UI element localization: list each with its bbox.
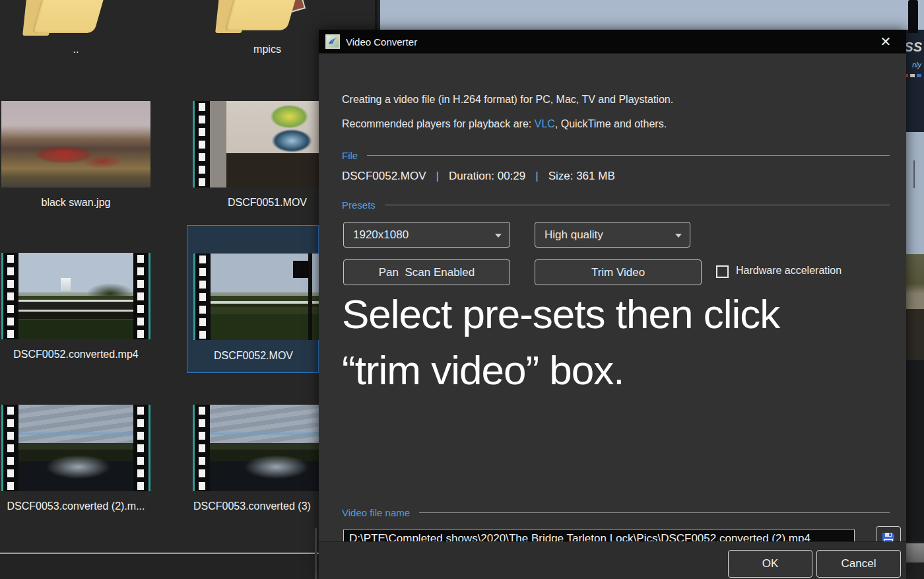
filmstrip-icon bbox=[193, 101, 210, 187]
ok-button[interactable]: OK bbox=[728, 550, 812, 578]
intro-line-2-prefix: Recommended players for playback are: bbox=[342, 118, 535, 129]
close-icon[interactable]: ✕ bbox=[877, 34, 894, 50]
hardware-acceleration-label: Hardware acceleration bbox=[736, 265, 842, 277]
filmstrip-icon bbox=[1, 405, 18, 491]
photo-sign-text: SS bbox=[904, 40, 922, 55]
file-label: black swan.jpg bbox=[0, 197, 152, 209]
presets-section-header: Presets bbox=[342, 199, 890, 211]
screen: .. mpics black swan.jpg DSCF0051.MOV bbox=[0, 0, 924, 579]
photo-signpost bbox=[908, 0, 918, 33]
filmstrip-icon bbox=[133, 405, 150, 491]
video-thumbnail bbox=[193, 254, 319, 340]
quality-dropdown[interactable]: High quality bbox=[535, 222, 690, 248]
intro-line-2: Recommended players for playback are: VL… bbox=[342, 118, 667, 130]
photo-pylon bbox=[913, 160, 915, 188]
trim-video-button[interactable]: Trim Video bbox=[535, 259, 702, 285]
intro-line-2-suffix: , QuickTime and others. bbox=[555, 118, 667, 129]
folder-icon bbox=[218, 0, 304, 34]
video-thumbnail bbox=[1, 405, 150, 491]
file-name: DSCF0052.MOV bbox=[342, 170, 426, 182]
resolution-dropdown[interactable]: 1920x1080 bbox=[343, 222, 510, 248]
annotation-line-1: Select pre-sets then click bbox=[342, 286, 779, 342]
hardware-acceleration-checkbox[interactable] bbox=[716, 265, 729, 278]
filmstrip-icon bbox=[133, 253, 150, 339]
chevron-down-icon bbox=[675, 234, 682, 238]
folder-label: .. bbox=[0, 44, 152, 55]
resolution-value: 1920x1080 bbox=[353, 228, 409, 242]
filmstrip-icon bbox=[193, 254, 211, 340]
photo-sign-text: nly bbox=[912, 61, 921, 69]
file-section-label: File bbox=[342, 150, 358, 161]
app-icon bbox=[325, 34, 340, 49]
dialog-titlebar[interactable]: Video Converter ✕ bbox=[319, 30, 906, 53]
cancel-button[interactable]: Cancel bbox=[816, 550, 901, 578]
file-item-dscf0052-selected[interactable]: DSCF0052.MOV bbox=[187, 225, 319, 373]
folder-icon bbox=[25, 0, 111, 37]
file-label: DSCF0052.converted.mp4 bbox=[0, 349, 152, 360]
dialog-footer: OK Cancel bbox=[319, 541, 906, 579]
section-rule bbox=[385, 205, 890, 205]
presets-section-label: Presets bbox=[342, 199, 376, 211]
filmstrip-icon bbox=[1, 253, 18, 339]
dialog-body: Creating a video file (in H.264 format) … bbox=[319, 53, 906, 541]
annotation-line-2: “trim video” box. bbox=[342, 342, 779, 398]
annotation-text: Select pre-sets then click “trim video” … bbox=[342, 286, 779, 398]
filmstrip-icon bbox=[193, 405, 210, 491]
image-thumbnail bbox=[1, 101, 150, 187]
pan-scan-button[interactable]: Pan Scan Enabled bbox=[343, 259, 510, 285]
photo-bottom-block bbox=[906, 543, 924, 562]
photo-sign-logos bbox=[904, 74, 921, 77]
video-thumbnail bbox=[193, 101, 338, 187]
quality-value: High quality bbox=[544, 228, 603, 242]
vlc-link[interactable]: VLC bbox=[535, 118, 555, 129]
file-label: DSCF0053.converted (2).m... bbox=[0, 500, 152, 512]
video-converter-dialog: Video Converter ✕ Creating a video file … bbox=[319, 30, 906, 579]
filename-section-label: Video file name bbox=[342, 507, 410, 518]
section-rule bbox=[367, 155, 890, 156]
section-rule bbox=[419, 512, 890, 513]
file-duration: Duration: 00:29 bbox=[449, 170, 525, 182]
chevron-down-icon bbox=[495, 234, 502, 238]
file-section-header: File bbox=[342, 150, 890, 161]
scrollbar-track[interactable] bbox=[315, 528, 317, 579]
intro-line-1: Creating a video file (in H.264 format) … bbox=[342, 94, 673, 106]
dialog-title: Video Converter bbox=[346, 36, 417, 48]
video-thumbnail bbox=[193, 405, 338, 491]
filename-section-header: Video file name bbox=[342, 507, 890, 518]
separator: | bbox=[436, 170, 439, 182]
separator: | bbox=[535, 170, 538, 182]
file-info: DSCF0052.MOV|Duration: 00:29|Size: 361 M… bbox=[342, 170, 615, 183]
file-label: DSCF0052.MOV bbox=[187, 350, 319, 362]
video-thumbnail bbox=[1, 253, 150, 339]
file-size: Size: 361 MB bbox=[548, 170, 615, 182]
